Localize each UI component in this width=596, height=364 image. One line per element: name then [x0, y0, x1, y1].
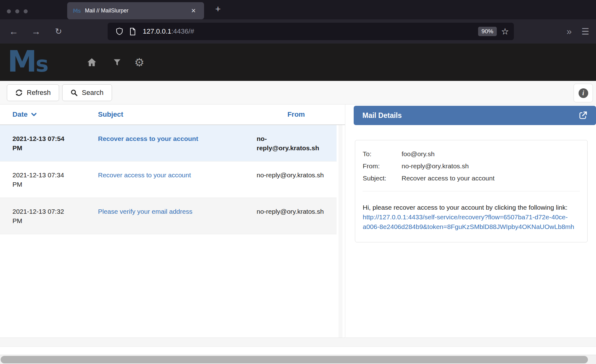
logo-letter-m: M	[7, 44, 36, 78]
search-icon	[71, 89, 78, 96]
main-content: Date Subject From 2021-12-13 07:54 PM Re…	[0, 105, 596, 338]
zoom-level-badge[interactable]: 90%	[478, 27, 497, 36]
tab-title: Mail // MailSlurper	[85, 7, 189, 14]
to-value: foo@ory.sh	[402, 149, 580, 159]
browser-tab-bar: Ms Mail // MailSlurper ✕ +	[0, 0, 596, 19]
back-icon[interactable]: ←	[5, 19, 22, 44]
window-dot-icon[interactable]	[15, 9, 19, 13]
subject-value: Recover access to your account	[402, 173, 580, 183]
mail-body-text: Hi, please recover access to your accoun…	[363, 204, 567, 211]
browser-tab[interactable]: Ms Mail // MailSlurper ✕	[67, 2, 204, 19]
mail-row[interactable]: 2021-12-13 07:32 PM Please verify your e…	[0, 198, 337, 234]
info-icon: i	[579, 88, 588, 98]
browser-nav-bar: ← → ↻ 127.0.0.1:4436/# 90% ☆ » ☰	[0, 19, 596, 44]
mailslurper-header: Ms ⚙	[0, 44, 596, 81]
mail-date: 2021-12-13 07:54 PM	[12, 134, 75, 153]
column-header-from[interactable]: From	[257, 110, 345, 119]
filter-icon[interactable]	[108, 44, 126, 81]
mail-body: Hi, please recover access to your accoun…	[363, 203, 574, 231]
mail-subject[interactable]: Recover access to your account	[98, 134, 257, 153]
mail-list-panel: Date Subject From 2021-12-13 07:54 PM Re…	[0, 105, 345, 338]
bookmark-star-icon[interactable]: ☆	[501, 26, 509, 37]
column-header-date[interactable]: Date	[12, 110, 98, 119]
list-scrollbar-track[interactable]	[338, 125, 342, 338]
mail-from: no-reply@ory.kratos.sh	[257, 134, 325, 153]
page-info-icon[interactable]	[129, 28, 136, 35]
subject-label: Subject:	[363, 173, 402, 183]
mail-details-title: Mail Details	[362, 111, 579, 120]
search-button-label: Search	[82, 89, 104, 97]
mail-details-header: Mail Details	[354, 106, 596, 125]
hamburger-menu-icon[interactable]: ☰	[581, 19, 589, 44]
mail-row[interactable]: 2021-12-13 07:54 PM Recover access to yo…	[0, 125, 337, 161]
mail-subject-link[interactable]: Recover access to your account	[98, 171, 191, 179]
from-value: no-reply@ory.kratos.sh	[402, 161, 580, 171]
new-tab-button[interactable]: +	[212, 4, 224, 14]
mail-from: no-reply@ory.kratos.sh	[257, 170, 325, 189]
recovery-link[interactable]: http://127.0.0.1:4433/self-service/recov…	[363, 213, 574, 230]
refresh-icon	[15, 89, 23, 96]
mail-subject-link[interactable]: Please verify your email address	[98, 208, 192, 215]
sort-chevron-down-icon	[31, 113, 37, 117]
tab-close-icon[interactable]: ✕	[189, 6, 198, 16]
home-icon[interactable]	[82, 44, 101, 81]
toolbar: Refresh Search i	[0, 81, 596, 105]
from-label: From:	[363, 161, 402, 171]
window-dot-icon[interactable]	[7, 9, 11, 13]
card-divider	[363, 191, 580, 191]
url-path: :4436/#	[171, 27, 194, 35]
screen: Ms Mail // MailSlurper ✕ + ← → ↻ 127.0.0…	[0, 0, 596, 364]
column-header-subject[interactable]: Subject	[98, 110, 257, 119]
mail-details-card: To: foo@ory.sh From: no-reply@ory.kratos…	[355, 140, 588, 242]
url-text[interactable]: 127.0.0.1:4436/#	[143, 27, 478, 35]
mail-list-header: Date Subject From	[0, 105, 345, 125]
shield-icon[interactable]	[116, 27, 123, 35]
mail-subject-link[interactable]: Recover access to your account	[98, 135, 198, 142]
mail-date: 2021-12-13 07:34 PM	[12, 170, 75, 189]
mail-details-panel: Mail Details To: foo@ory.sh From: no-rep…	[346, 105, 596, 338]
mail-from: no-reply@ory.kratos.sh	[257, 207, 325, 226]
bottom-gray-strip	[0, 338, 596, 347]
bottom-white-strip	[0, 347, 596, 355]
horizontal-scrollbar-thumb[interactable]	[1, 356, 588, 363]
url-host: 127.0.0.1	[143, 27, 171, 35]
external-link-icon[interactable]	[579, 111, 587, 120]
url-bar[interactable]: 127.0.0.1:4436/# 90% ☆	[108, 23, 514, 40]
to-label: To:	[363, 149, 402, 159]
horizontal-scrollbar-track[interactable]	[0, 355, 596, 364]
date-header-label: Date	[12, 110, 28, 119]
mailslurper-favicon-icon: Ms	[73, 8, 81, 14]
refresh-button[interactable]: Refresh	[7, 84, 59, 101]
mail-date: 2021-12-13 07:32 PM	[12, 207, 75, 226]
forward-icon[interactable]: →	[27, 19, 45, 44]
window-dot-icon[interactable]	[24, 9, 28, 13]
info-button[interactable]: i	[574, 84, 593, 102]
refresh-button-label: Refresh	[27, 89, 51, 97]
mail-subject[interactable]: Please verify your email address	[98, 207, 257, 226]
search-button[interactable]: Search	[62, 84, 112, 101]
reload-icon[interactable]: ↻	[50, 19, 67, 44]
settings-gear-icon[interactable]: ⚙	[130, 44, 149, 81]
logo-letter-s: s	[36, 51, 48, 77]
mail-fields: To: foo@ory.sh From: no-reply@ory.kratos…	[363, 149, 580, 183]
toolbar-overflow-icon[interactable]: »	[566, 19, 571, 44]
mail-row[interactable]: 2021-12-13 07:34 PM Recover access to yo…	[0, 161, 337, 198]
window-controls[interactable]	[7, 9, 28, 13]
mail-subject[interactable]: Recover access to your account	[98, 170, 257, 189]
